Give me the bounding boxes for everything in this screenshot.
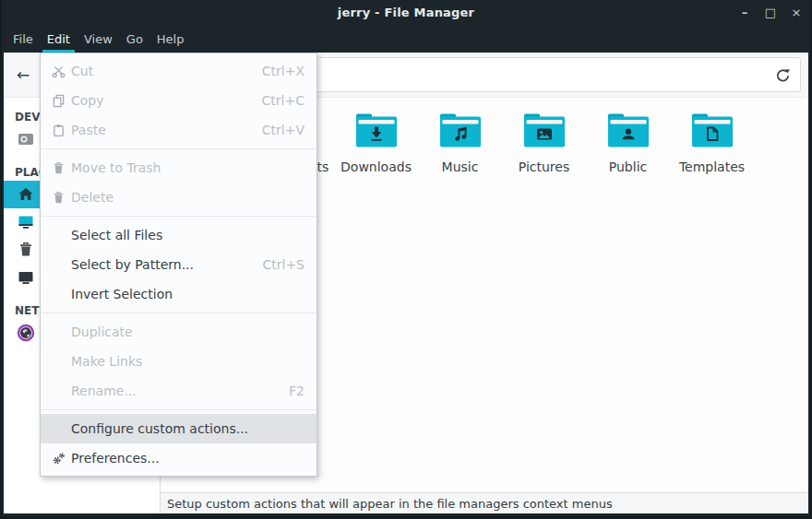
network-globe-icon — [17, 324, 37, 342]
minimize-button[interactable]: – — [738, 6, 751, 18]
menu-go[interactable]: Go — [122, 25, 148, 53]
menu-item-cut: Cut Ctrl+X — [41, 56, 316, 86]
folder-templates[interactable]: Templates — [670, 113, 754, 174]
menu-item-copy: Copy Ctrl+C — [41, 86, 316, 115]
menu-item-make-links: Make Links — [41, 347, 316, 376]
menu-item-rename: Rename... F2 — [41, 376, 316, 406]
folder-public-icon — [607, 113, 650, 152]
menu-separator — [42, 409, 316, 410]
folder-public[interactable]: Public — [586, 113, 670, 174]
menu-item-select-all-files[interactable]: Select all Files — [41, 220, 316, 250]
menu-file[interactable]: File — [8, 25, 38, 53]
edit-menu-popup: Cut Ctrl+X Copy Ctrl+C Paste Ctrl+V — [40, 53, 317, 477]
statusbar-text: Setup custom actions that will appear in… — [167, 497, 613, 511]
trash-icon — [17, 241, 37, 259]
menu-item-preferences[interactable]: Preferences... — [41, 443, 316, 473]
folder-music-icon — [439, 113, 482, 152]
scissors-icon — [52, 65, 71, 78]
menu-help[interactable]: Help — [152, 25, 189, 53]
window-title: jerry - File Manager — [338, 6, 474, 19]
window-controls: – □ × — [738, 0, 803, 25]
back-button[interactable]: ← — [4, 65, 42, 84]
file-manager-window: jerry - File Manager – □ × File Edit Vie… — [0, 0, 812, 519]
computer-icon — [17, 268, 37, 287]
folder-templates-icon — [691, 113, 734, 152]
menu-separator — [42, 148, 316, 149]
titlebar[interactable]: jerry - File Manager – □ × — [2, 0, 810, 25]
menubar: File Edit View Go Help — [2, 25, 810, 53]
menu-item-delete: Delete — [41, 183, 316, 212]
clipboard-icon — [52, 124, 71, 137]
menu-separator — [42, 216, 316, 217]
trash-icon — [52, 191, 71, 205]
close-button[interactable]: × — [790, 6, 803, 18]
menu-item-select-by-pattern[interactable]: Select by Pattern... Ctrl+S — [41, 250, 316, 279]
folder-downloads[interactable]: Downloads — [334, 113, 418, 174]
menu-item-configure-custom-actions[interactable]: Configure custom actions... — [41, 414, 316, 443]
folder-pictures[interactable]: Pictures — [502, 113, 586, 174]
menu-item-move-to-trash: Move to Trash — [41, 153, 316, 183]
reload-icon[interactable] — [775, 67, 791, 83]
menu-edit[interactable]: Edit — [42, 25, 75, 53]
home-icon — [17, 185, 37, 204]
maximize-button[interactable]: □ — [764, 6, 777, 18]
gears-icon — [52, 452, 71, 466]
menu-separator — [42, 313, 316, 313]
folder-music[interactable]: Music — [418, 113, 502, 174]
menu-item-duplicate: Duplicate — [41, 317, 316, 347]
hard-drive-icon — [17, 130, 37, 148]
desktop-icon — [17, 213, 37, 231]
menu-view[interactable]: View — [79, 25, 117, 53]
folder-pictures-icon — [523, 113, 566, 152]
trash-icon — [52, 161, 71, 175]
copy-icon — [52, 94, 71, 108]
menu-item-paste: Paste Ctrl+V — [41, 115, 316, 145]
statusbar: Setup custom actions that will appear in… — [161, 492, 808, 513]
folder-download-icon — [355, 113, 398, 152]
menu-item-invert-selection[interactable]: Invert Selection — [41, 279, 316, 309]
